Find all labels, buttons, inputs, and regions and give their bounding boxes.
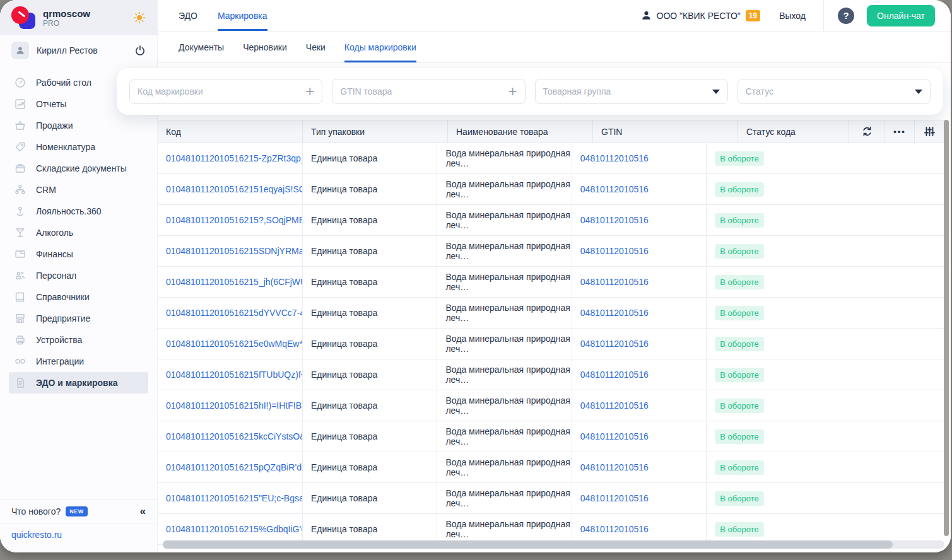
sidebar-item-label: Складские документы (36, 163, 127, 173)
sidebar-item-label: Номенклатура (36, 142, 95, 152)
gtin-link[interactable]: 04810112010516 (580, 215, 649, 225)
martini-icon (14, 227, 26, 238)
packaging-type: Единица товара (311, 277, 377, 287)
marking-code-link[interactable]: 0104810112010516215-ZpZRt3qp_JK (166, 153, 302, 163)
col-product[interactable]: Наименование товара (448, 120, 593, 143)
help-icon[interactable]: ? (838, 8, 854, 24)
gtin-link[interactable]: 04810112010516 (580, 524, 649, 534)
sidebar-item-crm[interactable]: CRM (9, 179, 148, 201)
sidebar-item-label: ЭДО и маркировка (36, 378, 118, 388)
cell-status: В обороте (707, 452, 944, 482)
cell-gtin: 04810112010516 (572, 236, 707, 266)
product-name: Вода минеральная природная леч… (445, 241, 571, 261)
column-settings-button[interactable] (915, 120, 944, 143)
box-icon (14, 163, 26, 174)
marking-code-link[interactable]: 0104810112010516215SDNjYRMaY… (166, 246, 302, 256)
sidebar-item-alcohol[interactable]: Алкоголь (9, 222, 148, 243)
sidebar-item-loyalty[interactable]: Лояльность.360 (9, 201, 148, 222)
sidebar-item-nomenclature[interactable]: Номенклатура (9, 136, 148, 158)
status-badge: В обороте (715, 337, 763, 351)
more-actions-button[interactable]: ••• (885, 120, 915, 143)
app-window: qrmoscow PRO (0, 0, 951, 552)
marking-code-link[interactable]: 0104810112010516215dYVVCc7-48… (166, 308, 302, 318)
gtin-link[interactable]: 04810112010516 (580, 184, 649, 194)
marking-code-link[interactable]: 0104810112010516215pQZqBiR'dg=8 (166, 462, 302, 472)
add-code-filter-icon[interactable]: + (305, 85, 314, 98)
horizontal-scrollbar[interactable] (163, 540, 944, 549)
table-row: 0104810112010516215hI!)=IHtFIBtЕдиница т… (158, 390, 944, 421)
gtin-link[interactable]: 04810112010516 (580, 493, 649, 503)
quickresto-site-link[interactable]: quickresto.ru (11, 530, 62, 540)
sidebar-item-references[interactable]: Справочники (9, 286, 148, 308)
add-gtin-filter-icon[interactable]: + (508, 85, 517, 98)
marking-code-link[interactable]: 0104810112010516215fTUbUQz)f<8u (166, 370, 302, 380)
online-chat-button[interactable]: Онлайн-чат (867, 5, 935, 26)
gtin-link[interactable]: 04810112010516 (580, 431, 649, 441)
logout-link[interactable]: Выход (779, 11, 806, 21)
status-badge: В обороте (715, 429, 763, 444)
marking-code-link[interactable]: 0104810112010516215%GdbqIiG'OPr (166, 524, 302, 534)
cell-code: 0104810112010516215-ZpZRt3qp_JK (158, 143, 303, 173)
sidebar-item-enterprise[interactable]: Предприятие (9, 308, 148, 329)
col-status[interactable]: Статус кода (738, 120, 849, 143)
book-icon (14, 291, 26, 303)
sidebar-item-edo[interactable]: ЭДО и маркировка (9, 372, 148, 394)
marking-code-link[interactable]: 0104810112010516215e0wMqEw*k,'s (166, 339, 302, 349)
gtin-link[interactable]: 04810112010516 (580, 462, 649, 472)
gtin-link[interactable]: 04810112010516 (580, 308, 649, 318)
marking-code-link[interactable]: 0104810112010516215"EU;c-BgsaXw (166, 493, 302, 503)
subtab-receipts[interactable]: Чеки (306, 32, 326, 62)
col-code[interactable]: Код (158, 120, 303, 143)
gtin-link[interactable]: 04810112010516 (580, 277, 649, 287)
marking-code-link[interactable]: 0104810112010516215_jh(6CFjWU+x (166, 277, 302, 287)
dashboard-icon (14, 77, 26, 88)
tab-edo[interactable]: ЭДО (179, 0, 197, 31)
cell-packaging: Единица товара (303, 452, 437, 482)
gtin-link[interactable]: 04810112010516 (580, 370, 649, 380)
col-packaging[interactable]: Тип упаковки (303, 120, 448, 143)
product-group-select[interactable]: Товарная группа (535, 79, 728, 104)
cell-packaging: Единица товара (303, 143, 437, 173)
cell-product: Вода минеральная природная леч… (437, 143, 572, 173)
status-badge: В обороте (715, 275, 763, 289)
gtin-link[interactable]: 04810112010516 (580, 339, 649, 349)
cell-status: В обороте (707, 174, 944, 204)
status-badge: В обороте (715, 244, 763, 259)
sidebar-item-finance[interactable]: Финансы (9, 243, 148, 265)
col-gtin[interactable]: GTIN (593, 120, 738, 143)
product-name: Вода минеральная природная леч… (445, 334, 571, 354)
marking-code-link[interactable]: 0104810112010516215hI!)=IHtFIBt (166, 400, 302, 411)
tab-marking[interactable]: Маркировка (218, 0, 267, 31)
status-badge: В обороте (715, 213, 763, 228)
gtin-input[interactable] (340, 86, 508, 96)
status-select[interactable]: Статус (738, 79, 931, 104)
cell-product: Вода минеральная природная леч… (437, 298, 572, 328)
sidebar-item-staff[interactable]: Персонал (9, 265, 148, 286)
marking-code-link[interactable]: 0104810112010516215kcCiYstsO&Gk (166, 431, 302, 441)
marking-code-input[interactable] (138, 86, 305, 96)
subtab-marking-codes[interactable]: Коды маркировки (344, 32, 416, 62)
gtin-link[interactable]: 04810112010516 (580, 246, 649, 256)
whats-new-link[interactable]: Что нового? (11, 506, 61, 516)
subtab-drafts[interactable]: Черновики (243, 32, 287, 62)
gtin-link[interactable]: 04810112010516 (580, 153, 649, 163)
cell-status: В обороте (707, 483, 944, 513)
sidebar-item-sales[interactable]: Продажи (9, 115, 148, 136)
marking-code-link[interactable]: 0104810112010516215?,SOqjPMBC… (166, 215, 302, 225)
sidebar-item-label: Алкоголь (36, 228, 73, 238)
org-selector[interactable]: ООО "КВИК РЕСТО" 19 (641, 10, 761, 21)
marking-code-link[interactable]: 01048101120105162151eqyajS!SG3K (166, 184, 302, 194)
refresh-button[interactable] (849, 120, 885, 143)
vertical-scrollbar[interactable] (944, 120, 949, 536)
sidebar-item-devices[interactable]: Устройства (9, 329, 148, 351)
ellipsis-icon: ••• (893, 127, 906, 136)
gtin-link[interactable]: 04810112010516 (580, 400, 649, 411)
sidebar-item-warehouse-docs[interactable]: Складские документы (9, 158, 148, 179)
theme-sun-icon[interactable] (133, 11, 146, 24)
logout-power-icon[interactable] (134, 45, 146, 56)
table-body: 0104810112010516215-ZpZRt3qp_JKЕдиница т… (158, 143, 944, 545)
collapse-sidebar-icon[interactable]: « (140, 505, 146, 518)
subtab-documents[interactable]: Документы (179, 32, 224, 62)
cell-packaging: Единица товара (303, 421, 437, 452)
sidebar-item-integrations[interactable]: Интеграции (9, 351, 148, 372)
